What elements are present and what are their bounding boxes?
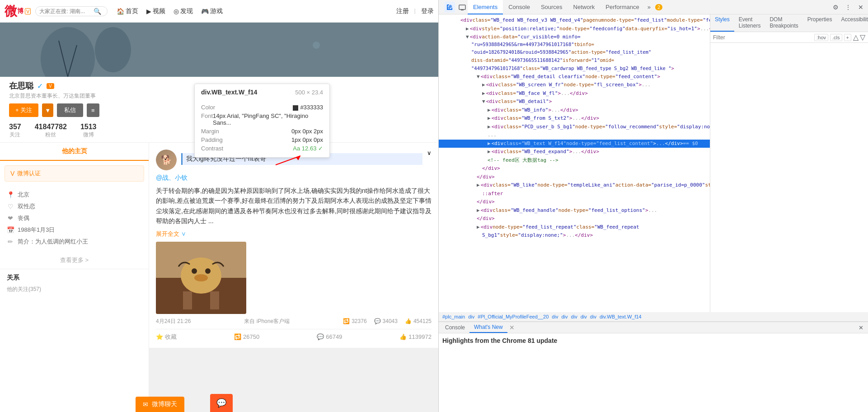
stat-followers[interactable]: 41847782 粉丝	[35, 123, 80, 139]
nav-video[interactable]: ▶视频	[146, 7, 165, 15]
followers-label: 粉丝	[35, 131, 67, 139]
add-style[interactable]: +	[844, 34, 851, 41]
el-line-expand[interactable]: ▶<div class="WB_feed_expand">...</div>	[439, 148, 710, 156]
devtools-breadcrumb: #plc_main div #Pl_Official_MyProfileFeed…	[439, 312, 868, 322]
follow-button[interactable]: + 关注	[9, 103, 38, 117]
style-down-icon[interactable]: ▽	[860, 33, 865, 42]
breadcrumb-div5[interactable]: div	[581, 314, 587, 319]
styles-tab-dom[interactable]: DOM Breakpoints	[765, 14, 802, 32]
tab-performance[interactable]: Performance	[600, 0, 644, 14]
nav-games[interactable]: 🎮游戏	[201, 7, 223, 15]
main-layout: 他的主页 V 微博认证 📍 北京 ♡ 双性恋 ❤	[0, 143, 438, 412]
styles-filter-input[interactable]	[713, 34, 814, 41]
hov-filter[interactable]: :hov	[814, 34, 828, 41]
search-input[interactable]	[39, 8, 94, 14]
comment-action[interactable]: 💬 66749	[317, 333, 342, 341]
el-line-7[interactable]: "4497347961017168" class="WB_cardwrap WB…	[439, 65, 710, 73]
search-icon[interactable]: 🔍	[94, 8, 101, 15]
tooltip-contrast-row: Contrast Aa 12.63 ✓	[201, 144, 323, 153]
breadcrumb-wb-text[interactable]: div.WB_text.W_f14	[600, 314, 642, 319]
post-image	[156, 242, 432, 314]
style-up-icon[interactable]: △	[853, 33, 859, 42]
collapse-icon[interactable]: ∨	[427, 150, 432, 156]
el-close-handle: </div>	[439, 215, 710, 223]
el-wb-like[interactable]: ▶<div class="WB_like" node-type="templeL…	[439, 181, 710, 190]
search-box[interactable]: 🔍	[35, 6, 108, 16]
bottom-tab-whatsnew[interactable]: What's New	[469, 322, 507, 333]
expand-arrow[interactable]: ∨	[181, 230, 186, 237]
breadcrumb-div[interactable]: div	[468, 314, 474, 319]
bio-text: 简介：为人低调的网红小王	[18, 238, 88, 246]
whatsnew-close-x: ✕	[507, 324, 516, 331]
repost-action[interactable]: 🔁 26750	[234, 333, 259, 341]
devtools-panel: Elements Console Sources Network Perform…	[438, 0, 868, 412]
nav-login[interactable]: 登录	[421, 7, 434, 15]
styles-tab-events[interactable]: Event Listeners	[734, 14, 765, 32]
el-line-2[interactable]: ▶<div style="position:relative;" node-ty…	[439, 25, 710, 33]
el-line-11[interactable]: ▼<div class="WB_detail">	[439, 98, 710, 106]
el-line-10[interactable]: ▶<div class="WB_face W_fl">...</div>	[439, 89, 710, 98]
nav-home[interactable]: 🏠首页	[117, 7, 138, 15]
weibo-service-icon[interactable]: 💬	[210, 394, 233, 412]
styles-tab-styles[interactable]: Styles	[710, 14, 734, 32]
el-line-8[interactable]: ▼<div class="WB_feed_detail clearfix" no…	[439, 73, 710, 81]
inspector-icon[interactable]	[444, 2, 455, 13]
breadcrumb-feed[interactable]: #Pl_Official_MyProfileFeed__20	[478, 314, 549, 319]
follow-dropdown[interactable]: ▼	[42, 103, 53, 117]
el-wb-repeat[interactable]: ▶<div node-type="feed_list_repeat" class…	[439, 223, 710, 232]
stat-posts[interactable]: 1513 微博	[80, 123, 110, 139]
message-button[interactable]: 私信	[57, 103, 83, 117]
tab-sources[interactable]: Sources	[535, 0, 568, 14]
el-line-selected[interactable]: ▶ <div class="WB_text W_f14" node-type="…	[439, 140, 710, 148]
birthday-text: 1988年1月3日	[18, 226, 55, 234]
like-action[interactable]: 👍 1139972	[399, 333, 432, 341]
el-line-1[interactable]: <div class="WB_feed WB_feed_v3 WB_feed_v…	[439, 16, 710, 25]
chat-icon: ✉	[143, 401, 148, 408]
expand-link[interactable]: 展开全文	[156, 230, 179, 237]
breadcrumb-div3[interactable]: div	[561, 314, 568, 319]
el-line-13[interactable]: ▶<div class="WB_from S_txt2">...</div>	[439, 114, 710, 123]
svg-point-9	[192, 268, 197, 274]
el-line-9[interactable]: ▶<div class="WB_screen W_fr" node-type="…	[439, 81, 710, 89]
settings-icon[interactable]: ⚙	[830, 2, 841, 13]
tab-more[interactable]: »	[645, 4, 653, 10]
breadcrumb-plc[interactable]: #plc_main	[442, 314, 465, 319]
error-badge: 2	[655, 4, 662, 10]
el-wb-repeat-2[interactable]: S_bg1" style="display:none;">...</div>	[439, 231, 710, 240]
tab-elements[interactable]: Elements	[468, 0, 503, 14]
styles-filter-buttons: :hov .cls +	[814, 34, 851, 41]
device-mode-icon[interactable]	[457, 2, 468, 13]
bottom-close-button[interactable]: ✕	[856, 324, 866, 331]
el-line-12[interactable]: ▶<div class="WB_info">...</div>	[439, 106, 710, 115]
relations-sub[interactable]: 他的关注(357)	[7, 286, 142, 293]
styles-tab-props[interactable]: Properties	[803, 14, 837, 32]
verified-icon: ✓	[37, 82, 43, 90]
close-devtools-icon[interactable]: ✕	[855, 2, 866, 13]
nav-register[interactable]: 注册	[396, 7, 409, 15]
el-line-6[interactable]: diss-data mid="44973665511688142" isforw…	[439, 56, 710, 65]
see-more[interactable]: 查看更多 >	[0, 254, 149, 269]
weibo-chat-bar[interactable]: ✉ 微博聊天	[136, 397, 184, 412]
tooltip-contrast-value: Aa 12.63 ✓	[293, 145, 323, 152]
breadcrumb-div4[interactable]: div	[571, 314, 577, 319]
tab-home[interactable]: 他的主页	[0, 143, 149, 161]
svg-rect-13	[210, 291, 219, 309]
tab-console[interactable]: Console	[503, 0, 535, 14]
el-line-4[interactable]: "ru=59388842965&rm=4497347961017168" tbi…	[439, 41, 710, 49]
tab-network[interactable]: Network	[568, 0, 601, 14]
el-line-14[interactable]: ▶<div class="PCD_user_b S_bg1" node-type…	[439, 123, 710, 131]
stat-following[interactable]: 357 关注	[9, 123, 35, 139]
el-wb-handle[interactable]: ▶<div class="WB_feed_handle" node-type="…	[439, 206, 710, 215]
el-line-5[interactable]: "ouid=18267924018&rouid=5938842965" acti…	[439, 48, 710, 56]
breadcrumb-div6[interactable]: div	[590, 314, 596, 319]
more-button[interactable]: ≡	[87, 103, 99, 117]
nav-discover[interactable]: ◎发现	[174, 7, 193, 15]
breadcrumb-div2[interactable]: div	[552, 314, 558, 319]
service-icon: 💬	[216, 398, 226, 408]
collect-action[interactable]: ⭐ 收藏	[156, 333, 177, 341]
bottom-tab-console[interactable]: Console	[441, 323, 469, 332]
styles-tab-accessibility[interactable]: Accessibility	[836, 14, 868, 32]
cls-filter[interactable]: .cls	[830, 34, 842, 41]
devtools-elements-tree[interactable]: <div class="WB_feed WB_feed_v3 WB_feed_v…	[439, 14, 710, 312]
more-options-icon[interactable]: ⋮	[843, 2, 854, 13]
